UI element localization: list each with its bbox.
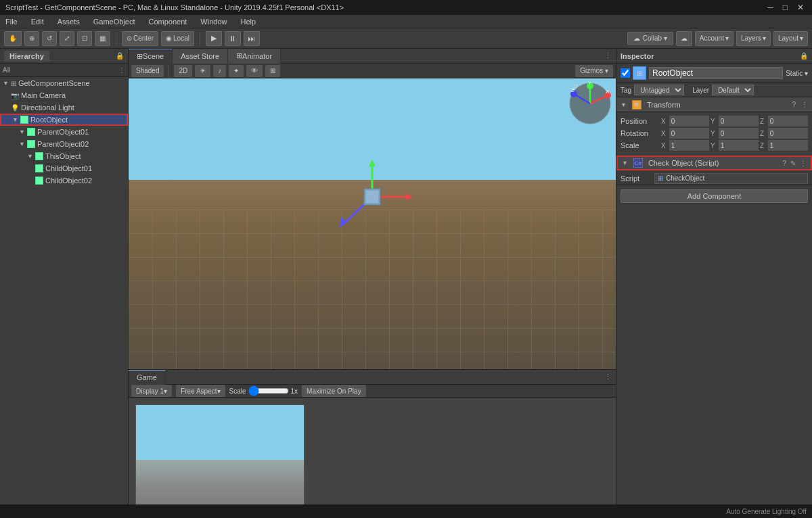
render-mode-btn[interactable]: Shaded — [131, 65, 164, 77]
position-y-input[interactable] — [719, 116, 759, 126]
center-area: ⊞ Scene Asset Store ⊞ Animator ⋮ Shaded … — [129, 49, 616, 518]
scale-slider[interactable] — [248, 387, 289, 395]
fx-btn[interactable]: ✦ — [229, 65, 244, 77]
local-button[interactable]: ◉ Local — [161, 31, 194, 46]
add-component-button[interactable]: Add Component — [621, 189, 808, 203]
tab-scene[interactable]: ⊞ Scene — [129, 49, 173, 64]
audio-btn[interactable]: ♪ — [213, 65, 226, 77]
maximize-button[interactable]: □ — [780, 3, 790, 12]
tab-animator[interactable]: ⊞ Animator — [228, 49, 281, 64]
inspector-title: Inspector — [621, 52, 654, 60]
svg-marker-15 — [340, 217, 346, 228]
transform-info[interactable]: ? — [792, 101, 796, 108]
menu-bar: File Edit Assets GameObject Component Wi… — [0, 15, 812, 28]
menu-component[interactable]: Component — [145, 18, 189, 26]
pause-button[interactable]: ⏸ — [225, 31, 241, 46]
layer-label: Layer — [692, 87, 709, 94]
hierarchy-panel: Hierarchy 🔒 All ⋮ ▼ ⊞ GetComponentScene … — [0, 49, 129, 518]
tag-label: Tag — [621, 87, 631, 94]
hierarchy-item-child01[interactable]: ChildObject01 — [0, 162, 128, 174]
scale-y-input[interactable] — [719, 140, 759, 151]
position-y-field: Y — [710, 116, 759, 126]
transform-toggle[interactable]: ▼ — [621, 101, 627, 108]
static-label[interactable]: Static ▾ — [786, 70, 808, 77]
inspector-lock[interactable]: 🔒 — [800, 52, 808, 60]
menu-help[interactable]: Help — [238, 18, 258, 26]
tool-transform[interactable]: ▦ — [95, 31, 110, 46]
lighting-btn[interactable]: ☀ — [195, 65, 210, 77]
hierarchy-item-rootobject[interactable]: ▼ RootObject — [0, 114, 128, 126]
hierarchy-item-camera[interactable]: 📷 Main Camera — [0, 89, 128, 101]
layers-button[interactable]: Layers ▾ — [736, 31, 771, 46]
layer-select[interactable]: Default — [712, 85, 754, 95]
menu-window[interactable]: Window — [198, 18, 229, 26]
aspect-btn[interactable]: Free Aspect ▾ — [176, 385, 225, 397]
hierarchy-item-child02[interactable]: ChildObject02 — [0, 174, 128, 187]
menu-file[interactable]: File — [3, 18, 20, 26]
object-active-checkbox[interactable] — [621, 68, 630, 78]
2d-btn[interactable]: 2D — [174, 65, 192, 77]
hierarchy-options[interactable]: ⋮ — [118, 66, 125, 74]
tool-scale[interactable]: ⤢ — [60, 31, 74, 46]
rotation-y-input[interactable] — [719, 128, 759, 139]
scale-z-field: Z — [760, 140, 808, 151]
play-button[interactable]: ▶ — [206, 31, 222, 46]
layout-button[interactable]: Layout ▾ — [773, 31, 808, 46]
tool-hand[interactable]: ✋ — [4, 31, 22, 46]
center-button[interactable]: ⊙ Center — [122, 31, 158, 46]
scene-options[interactable]: ⋮ — [600, 51, 616, 60]
menu-assets[interactable]: Assets — [55, 18, 83, 26]
hierarchy-item-parent02[interactable]: ▼ ParentObject02 — [0, 138, 128, 150]
position-z-input[interactable] — [768, 116, 808, 126]
tool-move[interactable]: ⊕ — [24, 31, 39, 46]
menu-edit[interactable]: Edit — [28, 18, 47, 26]
hierarchy-lock[interactable]: 🔒 — [116, 52, 124, 60]
tab-game[interactable]: Game — [129, 370, 166, 385]
svg-text:X: X — [606, 89, 610, 95]
tab-asset-store[interactable]: Asset Store — [173, 49, 228, 64]
scale-z-input[interactable] — [768, 140, 808, 151]
collab-button[interactable]: ☁ Collab ▾ — [627, 32, 673, 45]
account-button[interactable]: Account ▾ — [695, 31, 734, 46]
step-button[interactable]: ⏭ — [244, 31, 260, 46]
hierarchy-tab[interactable]: Hierarchy — [4, 51, 49, 62]
check-obj-edit[interactable]: ✎ — [790, 160, 796, 167]
tool-rect[interactable]: ⊡ — [77, 31, 92, 46]
tag-select[interactable]: Untagged — [634, 85, 684, 95]
cloud-button[interactable]: ☁ — [676, 31, 692, 46]
display-btn[interactable]: Display 1 ▾ — [131, 385, 172, 397]
position-xyz: X Y Z — [661, 116, 808, 126]
scene-visibility-btn[interactable]: 👁 — [246, 65, 263, 77]
rotation-z-input[interactable] — [768, 128, 808, 139]
transform-menu[interactable]: ⋮ — [801, 101, 808, 108]
scene-icon: ⊞ — [11, 80, 16, 87]
rotation-x-input[interactable] — [669, 128, 709, 139]
scene-game-tabs: ⊞ Scene Asset Store ⊞ Animator ⋮ — [129, 49, 616, 64]
title-bar-controls: ─ □ ✕ — [765, 3, 807, 12]
arrow-scene: ▼ — [3, 80, 9, 87]
game-options[interactable]: ⋮ — [600, 373, 616, 381]
scale-x-input[interactable] — [669, 140, 709, 151]
check-obj-toggle[interactable]: ▼ — [622, 160, 628, 166]
hierarchy-item-parent01[interactable]: ▼ ParentObject01 — [0, 126, 128, 138]
hierarchy-item-scene[interactable]: ▼ ⊞ GetComponentScene — [0, 77, 128, 89]
maximize-btn[interactable]: Maximize On Play — [302, 385, 366, 397]
close-button[interactable]: ✕ — [794, 3, 807, 12]
position-x-input[interactable] — [669, 116, 709, 126]
arrow-p01: ▼ — [19, 128, 25, 135]
gizmos-btn[interactable]: Gizmos ▾ — [575, 65, 613, 77]
svg-rect-17 — [365, 190, 379, 204]
check-obj-menu[interactable]: ⋮ — [800, 160, 807, 167]
scene-viewport[interactable]: ← Persp X Y Z — [129, 78, 616, 369]
hierarchy-item-light[interactable]: 💡 Directional Light — [0, 101, 128, 114]
menu-gameobject[interactable]: GameObject — [91, 18, 138, 26]
status-bar: Auto Generate Lighting Off — [0, 504, 812, 518]
check-obj-info[interactable]: ? — [782, 160, 786, 167]
tool-rotate[interactable]: ↺ — [42, 31, 57, 46]
object-name-input[interactable] — [649, 67, 783, 79]
cloud-icon: ☁ — [633, 34, 640, 42]
hierarchy-item-thisobject[interactable]: ▼ ThisObject — [0, 150, 128, 162]
minimize-button[interactable]: ─ — [765, 3, 776, 12]
game-toolbar: Display 1 ▾ Free Aspect ▾ Scale 1x Maxim… — [129, 385, 616, 398]
grid-btn[interactable]: ⊞ — [265, 65, 280, 77]
